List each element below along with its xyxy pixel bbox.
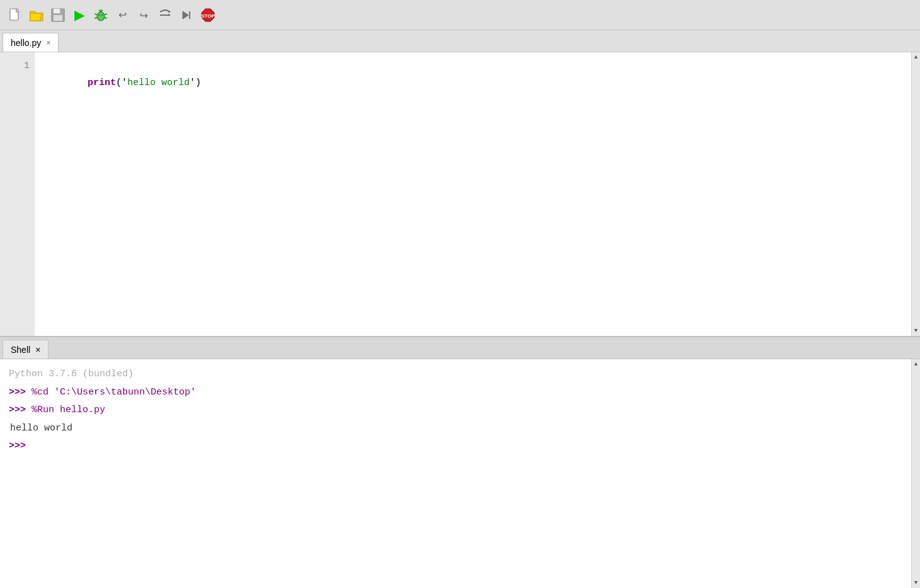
prompt-1: >>> [9, 387, 32, 398]
svg-marker-16 [168, 14, 170, 16]
shell-scrollbar: ▲ ▼ [911, 359, 920, 588]
editor-tab-close[interactable]: × [46, 39, 50, 47]
shell-line-1: >>> %cd 'C:\Users\tabunn\Desktop' [9, 384, 902, 402]
svg-marker-17 [183, 11, 188, 19]
debug-button[interactable] [92, 6, 110, 24]
shell-tab-close[interactable]: × [35, 345, 40, 355]
editor-body: 1 print('hello world') ▲ ▼ [0, 52, 920, 336]
run-button[interactable]: ▶ [71, 6, 88, 24]
shell-prompt-empty: >>> [9, 437, 902, 456]
string-hello-world: hello world [127, 78, 190, 88]
redo-button[interactable]: ↩ [135, 6, 152, 24]
svg-rect-2 [54, 9, 60, 13]
svg-line-9 [105, 14, 107, 14]
line-number-1: 1 [8, 57, 30, 74]
cmd-1: %cd 'C:\Users\tabunn\Desktop' [32, 387, 196, 398]
shell-tab-label: Shell [11, 345, 30, 355]
scroll-down-arrow[interactable]: ▼ [912, 326, 921, 336]
shell-tab-bar: Shell × [0, 337, 920, 359]
code-line-1: print('hello world') [42, 57, 904, 108]
open-file-button[interactable] [28, 6, 45, 24]
toolbar: ▶ ↩ ↩ [0, 0, 920, 30]
code-quote2: ') [190, 78, 201, 88]
shell-output-line: hello world [9, 420, 902, 438]
editor-tab-bar: hello.py × [0, 30, 920, 52]
editor-tab-hello-py[interactable]: hello.py × [3, 33, 59, 52]
undo-button[interactable]: ↩ [113, 6, 131, 24]
svg-point-4 [97, 12, 105, 21]
stop-button[interactable]: STOP [199, 6, 217, 24]
svg-rect-3 [54, 15, 62, 21]
code-quote1: ' [122, 78, 127, 88]
shell-line-2: >>> %Run hello.py [9, 401, 902, 420]
cmd-2: %Run hello.py [32, 405, 105, 415]
shell-scroll-down-arrow[interactable]: ▼ [912, 578, 921, 588]
shell-inner: Python 3.7.6 (bundled) >>> %cd 'C:\Users… [0, 359, 920, 588]
editor-tab-label: hello.py [11, 38, 41, 48]
keyword-print: print [88, 78, 116, 88]
shell-scroll-up-arrow[interactable]: ▲ [912, 359, 921, 369]
svg-line-10 [95, 18, 97, 18]
code-paren-open: ( [116, 78, 122, 88]
svg-line-11 [105, 18, 107, 18]
shell-version-line: Python 3.7.6 (bundled) [9, 366, 902, 384]
line-numbers: 1 [0, 52, 35, 336]
shell-section: Shell × Python 3.7.6 (bundled) >>> %cd '… [0, 336, 920, 588]
code-area[interactable]: print('hello world') [35, 52, 911, 336]
prompt-3: >>> [9, 441, 26, 451]
save-file-button[interactable] [49, 6, 67, 24]
scroll-up-arrow[interactable]: ▲ [912, 52, 921, 62]
svg-text:STOP: STOP [201, 13, 215, 19]
new-file-button[interactable] [6, 6, 24, 24]
editor-scrollbar: ▲ ▼ [911, 52, 920, 336]
prompt-2: >>> [9, 405, 32, 415]
shell-body[interactable]: Python 3.7.6 (bundled) >>> %cd 'C:\Users… [0, 359, 911, 588]
run-to-cursor-button[interactable] [178, 6, 195, 24]
svg-point-13 [101, 14, 103, 15]
editor-section: hello.py × 1 print('hello world') ▲ ▼ [0, 30, 920, 336]
svg-line-8 [95, 14, 97, 14]
svg-point-12 [98, 14, 100, 15]
step-over-button[interactable] [156, 6, 174, 24]
shell-tab[interactable]: Shell × [3, 340, 49, 359]
